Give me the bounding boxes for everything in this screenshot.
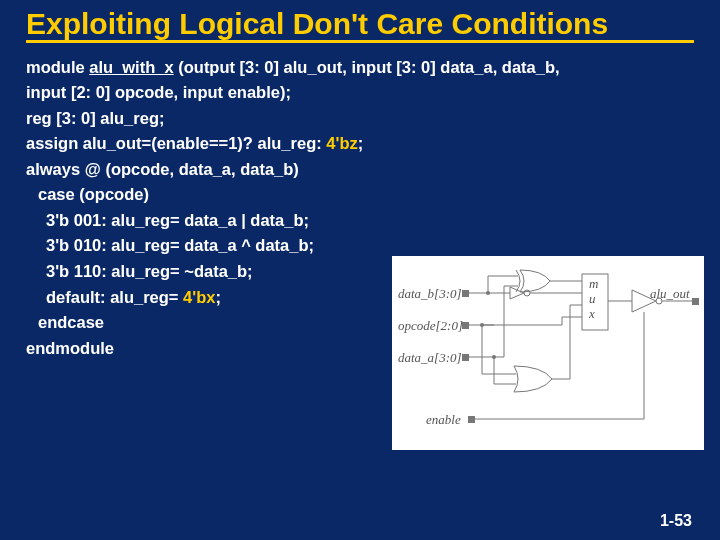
code-line: 3'b 001: alu_reg= data_a | data_b; xyxy=(26,208,694,234)
xor-gate-icon xyxy=(520,270,550,292)
semi: ; xyxy=(358,134,364,152)
hl-4bx: 4'bx xyxy=(183,288,215,306)
circuit-diagram: data_b[3:0] opcode[2:0] data_a[3:0] enab… xyxy=(392,256,704,450)
label-enable: enable xyxy=(426,412,461,427)
kw-module: module xyxy=(26,58,89,76)
code-line: case (opcode) xyxy=(26,182,694,208)
hl-4bz: 4'bz xyxy=(326,134,357,152)
code-line: reg [3: 0] alu_reg; xyxy=(26,106,694,132)
page-number: 1-53 xyxy=(660,512,692,530)
mux-label-u: u xyxy=(589,291,596,306)
code-line: input [2: 0] opcode, input enable); xyxy=(26,80,694,106)
default-text: default: alu_reg= xyxy=(46,288,183,306)
or-gate-icon xyxy=(514,366,552,392)
label-opcode: opcode[2:0] xyxy=(398,318,463,333)
label-data-b: data_b[3:0] xyxy=(398,286,462,301)
mux-label-x: x xyxy=(588,306,595,321)
semi: ; xyxy=(215,288,221,306)
mux-label-m: m xyxy=(589,276,598,291)
assign-text: assign alu_out=(enable==1)? alu_reg: xyxy=(26,134,326,152)
port-icon xyxy=(462,354,469,361)
label-data-a: data_a[3:0] xyxy=(398,350,462,365)
port-icon xyxy=(468,416,475,423)
label-alu-out: alu_out xyxy=(650,286,690,301)
code-line: always @ (opcode, data_a, data_b) xyxy=(26,157,694,183)
slide-title: Exploiting Logical Don't Care Conditions xyxy=(26,8,694,43)
module-ports: (output [3: 0] alu_out, input [3: 0] dat… xyxy=(174,58,560,76)
port-icon xyxy=(692,298,699,305)
module-name: alu_with_x xyxy=(89,58,173,76)
port-icon xyxy=(462,322,469,329)
port-icon xyxy=(462,290,469,297)
